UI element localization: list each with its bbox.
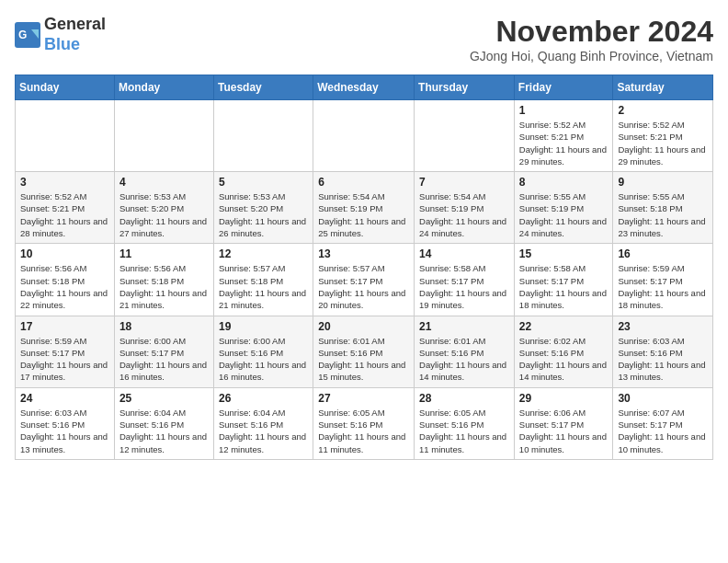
subtitle: GJong Hoi, Quang Binh Province, Vietnam bbox=[470, 49, 713, 63]
calendar-cell bbox=[16, 100, 115, 172]
calendar-cell: 17Sunrise: 5:59 AM Sunset: 5:17 PM Dayli… bbox=[16, 316, 115, 387]
calendar-cell bbox=[313, 100, 415, 172]
day-info: Sunrise: 6:07 AM Sunset: 5:17 PM Dayligh… bbox=[618, 407, 708, 455]
calendar-cell: 28Sunrise: 6:05 AM Sunset: 5:16 PM Dayli… bbox=[415, 387, 515, 459]
day-number: 15 bbox=[519, 247, 609, 260]
calendar-cell: 30Sunrise: 6:07 AM Sunset: 5:17 PM Dayli… bbox=[613, 387, 713, 459]
day-info: Sunrise: 6:01 AM Sunset: 5:16 PM Dayligh… bbox=[419, 335, 509, 384]
calendar-cell: 23Sunrise: 6:03 AM Sunset: 5:16 PM Dayli… bbox=[613, 316, 713, 387]
day-number: 7 bbox=[419, 176, 509, 189]
day-number: 9 bbox=[618, 176, 708, 189]
day-info: Sunrise: 5:52 AM Sunset: 5:21 PM Dayligh… bbox=[20, 190, 109, 239]
day-info: Sunrise: 6:04 AM Sunset: 5:16 PM Dayligh… bbox=[219, 407, 308, 455]
weekday-thursday: Thursday bbox=[415, 75, 515, 100]
calendar-body: 1Sunrise: 5:52 AM Sunset: 5:21 PM Daylig… bbox=[16, 100, 713, 460]
weekday-sunday: Sunday bbox=[16, 75, 115, 100]
calendar-cell bbox=[213, 100, 313, 172]
calendar-cell: 3Sunrise: 5:52 AM Sunset: 5:21 PM Daylig… bbox=[16, 172, 115, 244]
calendar-cell: 19Sunrise: 6:00 AM Sunset: 5:16 PM Dayli… bbox=[213, 316, 313, 387]
calendar-cell: 25Sunrise: 6:04 AM Sunset: 5:16 PM Dayli… bbox=[114, 387, 213, 459]
day-info: Sunrise: 5:59 AM Sunset: 5:17 PM Dayligh… bbox=[618, 262, 708, 311]
day-number: 25 bbox=[119, 392, 209, 405]
week-row-3: 10Sunrise: 5:56 AM Sunset: 5:18 PM Dayli… bbox=[16, 244, 713, 316]
calendar-cell: 1Sunrise: 5:52 AM Sunset: 5:21 PM Daylig… bbox=[514, 100, 613, 172]
day-info: Sunrise: 5:57 AM Sunset: 5:17 PM Dayligh… bbox=[318, 262, 409, 311]
calendar-cell: 6Sunrise: 5:54 AM Sunset: 5:19 PM Daylig… bbox=[313, 172, 415, 244]
day-number: 12 bbox=[219, 247, 308, 260]
week-row-2: 3Sunrise: 5:52 AM Sunset: 5:21 PM Daylig… bbox=[16, 172, 713, 244]
day-info: Sunrise: 5:53 AM Sunset: 5:20 PM Dayligh… bbox=[119, 190, 209, 239]
day-info: Sunrise: 6:02 AM Sunset: 5:16 PM Dayligh… bbox=[519, 335, 609, 384]
day-info: Sunrise: 5:55 AM Sunset: 5:19 PM Dayligh… bbox=[519, 190, 609, 239]
week-row-5: 24Sunrise: 6:03 AM Sunset: 5:16 PM Dayli… bbox=[16, 387, 713, 459]
month-title: November 2024 bbox=[470, 15, 713, 49]
calendar-cell: 4Sunrise: 5:53 AM Sunset: 5:20 PM Daylig… bbox=[114, 172, 213, 244]
calendar-cell: 20Sunrise: 6:01 AM Sunset: 5:16 PM Dayli… bbox=[313, 316, 415, 387]
day-number: 5 bbox=[219, 176, 308, 189]
calendar-cell: 8Sunrise: 5:55 AM Sunset: 5:19 PM Daylig… bbox=[514, 172, 613, 244]
day-number: 28 bbox=[419, 392, 509, 405]
day-number: 6 bbox=[318, 176, 409, 189]
day-number: 8 bbox=[519, 176, 609, 189]
day-number: 1 bbox=[519, 104, 609, 117]
day-info: Sunrise: 5:59 AM Sunset: 5:17 PM Dayligh… bbox=[20, 335, 109, 384]
weekday-monday: Monday bbox=[114, 75, 213, 100]
calendar-cell: 29Sunrise: 6:06 AM Sunset: 5:17 PM Dayli… bbox=[514, 387, 613, 459]
day-number: 10 bbox=[20, 247, 109, 260]
day-number: 18 bbox=[119, 320, 209, 333]
day-info: Sunrise: 6:04 AM Sunset: 5:16 PM Dayligh… bbox=[119, 407, 209, 455]
header: G General Blue November 2024 GJong Hoi, … bbox=[15, 15, 713, 63]
day-number: 30 bbox=[618, 392, 708, 405]
day-number: 21 bbox=[419, 320, 509, 333]
day-info: Sunrise: 6:05 AM Sunset: 5:16 PM Dayligh… bbox=[419, 407, 509, 455]
day-info: Sunrise: 6:03 AM Sunset: 5:16 PM Dayligh… bbox=[618, 335, 708, 384]
calendar-cell: 5Sunrise: 5:53 AM Sunset: 5:20 PM Daylig… bbox=[213, 172, 313, 244]
weekday-wednesday: Wednesday bbox=[313, 75, 415, 100]
day-number: 22 bbox=[519, 320, 609, 333]
day-info: Sunrise: 5:55 AM Sunset: 5:18 PM Dayligh… bbox=[618, 190, 708, 239]
calendar-cell: 22Sunrise: 6:02 AM Sunset: 5:16 PM Dayli… bbox=[514, 316, 613, 387]
calendar-cell: 12Sunrise: 5:57 AM Sunset: 5:18 PM Dayli… bbox=[213, 244, 313, 316]
calendar-cell: 21Sunrise: 6:01 AM Sunset: 5:16 PM Dayli… bbox=[415, 316, 515, 387]
day-info: Sunrise: 6:00 AM Sunset: 5:16 PM Dayligh… bbox=[219, 335, 308, 384]
svg-text:G: G bbox=[18, 29, 27, 41]
day-info: Sunrise: 6:03 AM Sunset: 5:16 PM Dayligh… bbox=[20, 407, 109, 455]
weekday-header-row: SundayMondayTuesdayWednesdayThursdayFrid… bbox=[16, 75, 713, 100]
calendar-cell: 7Sunrise: 5:54 AM Sunset: 5:19 PM Daylig… bbox=[415, 172, 515, 244]
calendar-cell: 27Sunrise: 6:05 AM Sunset: 5:16 PM Dayli… bbox=[313, 387, 415, 459]
day-number: 29 bbox=[519, 392, 609, 405]
day-number: 16 bbox=[618, 247, 708, 260]
day-number: 24 bbox=[20, 392, 109, 405]
day-number: 2 bbox=[618, 104, 708, 117]
calendar-cell: 11Sunrise: 5:56 AM Sunset: 5:18 PM Dayli… bbox=[114, 244, 213, 316]
day-number: 11 bbox=[119, 247, 209, 260]
day-number: 27 bbox=[318, 392, 409, 405]
day-info: Sunrise: 5:56 AM Sunset: 5:18 PM Dayligh… bbox=[20, 262, 109, 311]
day-number: 3 bbox=[20, 176, 109, 189]
logo-line2: Blue bbox=[44, 35, 106, 55]
day-info: Sunrise: 5:56 AM Sunset: 5:18 PM Dayligh… bbox=[119, 262, 209, 311]
day-number: 4 bbox=[119, 176, 209, 189]
day-number: 13 bbox=[318, 247, 409, 260]
day-info: Sunrise: 6:00 AM Sunset: 5:17 PM Dayligh… bbox=[119, 335, 209, 384]
calendar: SundayMondayTuesdayWednesdayThursdayFrid… bbox=[15, 75, 713, 460]
week-row-1: 1Sunrise: 5:52 AM Sunset: 5:21 PM Daylig… bbox=[16, 100, 713, 172]
calendar-cell: 9Sunrise: 5:55 AM Sunset: 5:18 PM Daylig… bbox=[613, 172, 713, 244]
day-number: 20 bbox=[318, 320, 409, 333]
calendar-cell: 24Sunrise: 6:03 AM Sunset: 5:16 PM Dayli… bbox=[16, 387, 115, 459]
calendar-cell: 13Sunrise: 5:57 AM Sunset: 5:17 PM Dayli… bbox=[313, 244, 415, 316]
title-area: November 2024 GJong Hoi, Quang Binh Prov… bbox=[470, 15, 713, 63]
day-number: 17 bbox=[20, 320, 109, 333]
weekday-tuesday: Tuesday bbox=[213, 75, 313, 100]
calendar-cell: 15Sunrise: 5:58 AM Sunset: 5:17 PM Dayli… bbox=[514, 244, 613, 316]
weekday-saturday: Saturday bbox=[613, 75, 713, 100]
day-number: 26 bbox=[219, 392, 308, 405]
day-number: 23 bbox=[618, 320, 708, 333]
day-number: 19 bbox=[219, 320, 308, 333]
week-row-4: 17Sunrise: 5:59 AM Sunset: 5:17 PM Dayli… bbox=[16, 316, 713, 387]
day-info: Sunrise: 5:54 AM Sunset: 5:19 PM Dayligh… bbox=[419, 190, 509, 239]
day-info: Sunrise: 5:58 AM Sunset: 5:17 PM Dayligh… bbox=[419, 262, 509, 311]
logo-icon: G bbox=[15, 22, 40, 48]
calendar-cell: 14Sunrise: 5:58 AM Sunset: 5:17 PM Dayli… bbox=[415, 244, 515, 316]
day-info: Sunrise: 6:05 AM Sunset: 5:16 PM Dayligh… bbox=[318, 407, 409, 455]
